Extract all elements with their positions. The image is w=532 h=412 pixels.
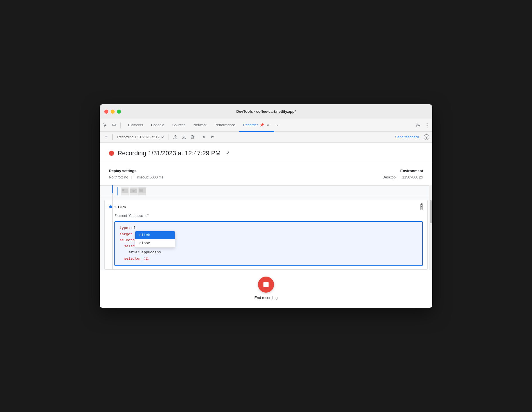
traffic-lights <box>104 110 121 114</box>
replay-button[interactable] <box>200 133 208 141</box>
edit-title-icon[interactable] <box>225 150 230 156</box>
recording-indicator-dot <box>109 151 114 156</box>
steps-area: ▾ Click Element "Cappuccino" <box>100 185 432 270</box>
environment-section: Environment Desktop | 1150×800 px <box>382 169 423 179</box>
tab-performance[interactable]: Performance <box>211 119 239 132</box>
recording-header: Recording 1/31/2023 at 12:47:29 PM <box>100 143 432 163</box>
recorder-pin-icon: 📌 <box>260 123 264 127</box>
thumb-2 <box>130 187 138 195</box>
svg-point-17 <box>421 204 422 205</box>
window-title: DevTools - coffee-cart.netlify.app/ <box>236 109 296 114</box>
selector2-key: selector #2: <box>124 256 150 262</box>
step-name: Click <box>118 205 126 209</box>
replay-settings-section: Replay settings No throttling | Timeout:… <box>109 169 163 179</box>
more-options-icon-button[interactable] <box>423 121 431 129</box>
step-click: ▾ Click Element "Cappuccino" <box>104 200 428 270</box>
thumbnail-strip <box>121 187 146 195</box>
delete-recording-button[interactable] <box>188 133 196 141</box>
tabs-bar-right <box>414 121 431 129</box>
svg-point-5 <box>427 127 428 127</box>
end-recording-button[interactable] <box>258 277 274 293</box>
svg-point-18 <box>421 206 422 207</box>
device-icon <box>112 123 116 127</box>
timeout-value: Timeout: 5000 ms <box>135 175 164 179</box>
replay-settings-heading: Replay settings <box>109 169 163 173</box>
svg-rect-9 <box>122 190 124 191</box>
recording-title: Recording 1/31/2023 at 12:47:29 PM <box>118 149 221 157</box>
devtools-content: Elements Console Sources Network Perform… <box>100 119 432 308</box>
env-type: Desktop <box>382 175 396 179</box>
send-feedback-button[interactable]: Send feedback <box>394 134 421 140</box>
timeline-active-line <box>112 185 113 193</box>
svg-point-12 <box>132 190 135 192</box>
selector1-value: aria/Cappuccino <box>129 250 161 256</box>
tabs-bar: Elements Console Sources Network Perform… <box>100 119 432 132</box>
chevron-down-icon <box>161 135 164 139</box>
env-size: 1150×800 px <box>402 175 423 179</box>
step-description: Element "Cappuccino" <box>105 214 427 219</box>
recorder-toolbar: + Recording 1/31/2023 at 12 <box>100 132 432 143</box>
toolbar-divider-1 <box>112 134 113 140</box>
svg-rect-1 <box>115 124 116 125</box>
recorder-tab-label: Recorder <box>243 123 258 127</box>
environment-heading: Environment <box>382 169 423 173</box>
export-icon <box>173 135 177 139</box>
step-header: ▾ Click <box>105 200 427 214</box>
toolbar-icons <box>101 121 122 129</box>
tab-console[interactable]: Console <box>147 119 168 132</box>
step-indicator-dot <box>109 205 112 208</box>
code-line-selector1-value: aria/Cappuccino <box>120 250 418 256</box>
timeline-line <box>112 185 113 270</box>
tab-sources[interactable]: Sources <box>168 119 189 132</box>
toolbar-divider-2 <box>169 134 169 140</box>
svg-rect-15 <box>139 189 141 192</box>
help-button[interactable]: ? <box>423 134 430 141</box>
code-line-type: type: cl <box>120 225 418 231</box>
replay-all-button[interactable] <box>209 133 217 141</box>
tab-recorder[interactable]: Recorder 📌 × <box>239 119 274 132</box>
autocomplete-item-close[interactable]: close <box>135 239 175 247</box>
preview-thumbnails <box>100 185 432 197</box>
step-expand-icon[interactable]: ▾ <box>114 205 116 209</box>
target-key: target <box>120 232 132 238</box>
cursor-icon-button[interactable] <box>101 121 109 129</box>
env-separator: | <box>398 175 399 179</box>
minimize-button[interactable] <box>111 110 115 114</box>
svg-point-4 <box>427 125 428 126</box>
tab-network[interactable]: Network <box>189 119 211 132</box>
close-button[interactable] <box>104 110 108 114</box>
titlebar: DevTools - coffee-cart.netlify.app/ <box>100 104 432 119</box>
more-vert-icon <box>427 123 428 128</box>
more-tabs-button[interactable]: » <box>274 123 281 127</box>
toolbar-actions <box>171 133 217 141</box>
step-more-button[interactable] <box>420 203 423 210</box>
svg-rect-0 <box>113 124 115 126</box>
scrollbar-thumb[interactable] <box>430 200 432 223</box>
scrollbar-track <box>429 185 432 270</box>
end-recording-area: End recording <box>100 270 432 308</box>
svg-rect-8 <box>122 189 124 190</box>
svg-point-3 <box>427 123 428 124</box>
svg-point-2 <box>417 125 419 126</box>
main-content: Recording 1/31/2023 at 12:47:29 PM Repla… <box>100 143 432 308</box>
export-button[interactable] <box>171 133 179 141</box>
maximize-button[interactable] <box>117 110 121 114</box>
autocomplete-item-click[interactable]: click <box>135 231 175 239</box>
add-recording-button[interactable]: + <box>102 133 110 141</box>
code-line-selector2: selector #2: <box>120 256 418 262</box>
code-editor: type: cl target selectors: selector #1: <box>114 221 423 266</box>
settings-icon <box>416 123 420 128</box>
preview-timeline <box>117 187 118 195</box>
device-toolbar-icon-button[interactable] <box>110 121 118 129</box>
settings-separator: | <box>131 175 132 179</box>
settings-icon-button[interactable] <box>414 121 422 129</box>
recorder-tab-close-button[interactable]: × <box>266 123 270 127</box>
stop-icon <box>263 282 269 287</box>
type-value: cl <box>132 225 136 231</box>
tab-elements[interactable]: Elements <box>124 119 147 132</box>
svg-rect-16 <box>141 189 143 192</box>
toolbar-divider-3 <box>198 134 198 140</box>
import-button[interactable] <box>180 133 188 141</box>
recording-selector[interactable]: Recording 1/31/2023 at 12 <box>115 134 166 140</box>
delete-icon <box>190 135 194 139</box>
